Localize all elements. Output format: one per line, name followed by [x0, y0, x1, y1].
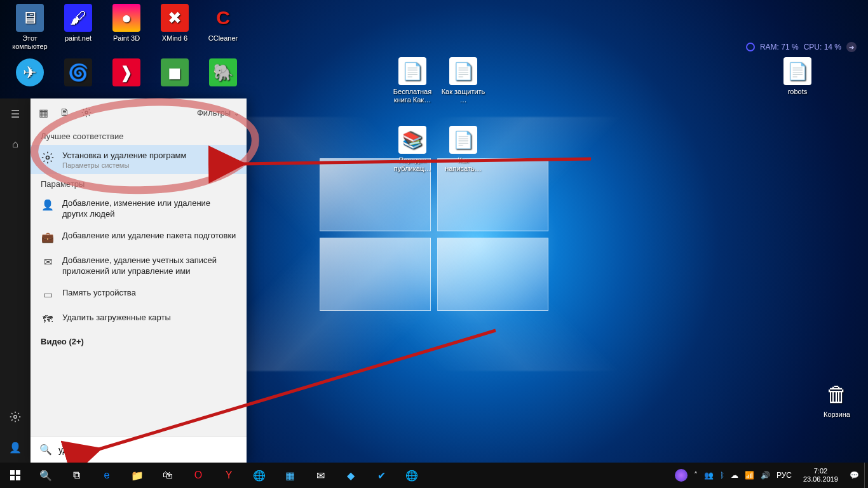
- taskbar-app4[interactable]: 🌐: [397, 463, 427, 488]
- ram-label: RAM: 71 %: [760, 43, 799, 51]
- taskbar-app2[interactable]: ◆: [336, 463, 366, 488]
- taskbar-yandex[interactable]: Y: [214, 463, 244, 488]
- taskbar-app1[interactable]: ▦: [275, 463, 305, 488]
- search-box[interactable]: 🔍: [31, 436, 247, 463]
- person-plus-icon: 👤: [41, 198, 55, 212]
- tray-language[interactable]: РУС: [776, 471, 792, 480]
- desktop-file-epdf2[interactable]: 📄Как защитить …: [440, 57, 487, 104]
- taskbar-explorer[interactable]: 📁: [122, 463, 153, 488]
- task-view-button[interactable]: ⧉: [61, 463, 92, 488]
- taskbar-app3[interactable]: ✔: [366, 463, 397, 488]
- search-header: ▦ 🗎 Фильтры ⌄: [31, 98, 247, 126]
- desktop-file-how-write[interactable]: 📄Как написать…: [440, 126, 487, 173]
- desktop-icon-ccleaner[interactable]: CCCleaner: [200, 4, 247, 43]
- desktop-file-robots[interactable]: 📄robots: [774, 57, 821, 96]
- desktop-icon-paintnet[interactable]: 🖌paint.net: [55, 4, 102, 43]
- result-device-storage[interactable]: ▭ Память устройства: [31, 282, 247, 307]
- result-subtitle: Параметры системы: [62, 161, 187, 169]
- desktop-icon-app2[interactable]: 🌀: [55, 58, 102, 89]
- rail-home-button[interactable]: ⌂: [0, 129, 31, 159]
- taskbar-mail[interactable]: ✉: [305, 463, 336, 488]
- taskbar-chrome[interactable]: 🌐: [244, 463, 275, 488]
- desktop-recycle-bin[interactable]: 🗑Корзина: [813, 380, 860, 419]
- action-center-icon[interactable]: 💬: [850, 471, 859, 480]
- rail-menu-button[interactable]: ☰: [0, 98, 31, 129]
- svg-point-0: [14, 416, 17, 419]
- tray-onedrive-icon[interactable]: ☁: [731, 471, 738, 480]
- taskbar-search-button[interactable]: 🔍: [31, 463, 61, 488]
- svg-rect-7: [10, 476, 15, 480]
- result-add-remove-people[interactable]: 👤 Добавление, изменение или удаление дру…: [31, 193, 247, 225]
- gear-icon: [41, 151, 55, 165]
- section-best-match: Лучшее соответствие: [31, 126, 247, 145]
- perf-expand-icon[interactable]: ➔: [846, 42, 857, 52]
- show-desktop-button[interactable]: [864, 463, 868, 488]
- section-video[interactable]: Видео (2+): [31, 332, 247, 350]
- system-tray: ˄ 👥 ᛒ ☁ 📶 🔊 РУС 7:02 23.06.2019 💬: [670, 467, 864, 484]
- desktop-icon-this-pc[interactable]: 🖥Этот компьютер: [6, 4, 53, 51]
- filters-dropdown[interactable]: Фильтры ⌄: [197, 108, 240, 118]
- tray-volume-icon[interactable]: 🔊: [761, 471, 770, 480]
- section-parameters: Параметры: [31, 174, 247, 193]
- taskbar: 🔍 ⧉ e 📁 🛍 O Y 🌐 ▦ ✉ ◆ ✔ 🌐 ˄ 👥 ᛒ ☁ 📶 🔊 РУ…: [0, 463, 868, 488]
- storage-icon: ▭: [41, 288, 55, 302]
- desktop-icon-app4[interactable]: ◼: [151, 58, 198, 89]
- scope-documents-icon[interactable]: 🗎: [58, 106, 71, 119]
- perf-indicator-icon: [746, 43, 755, 51]
- desktop-icon-app3[interactable]: ❱: [103, 58, 150, 89]
- tray-people-icon[interactable]: 👥: [704, 471, 714, 480]
- taskbar-edge[interactable]: e: [92, 463, 122, 488]
- scope-apps-icon[interactable]: ▦: [37, 106, 50, 119]
- svg-rect-8: [16, 476, 20, 480]
- start-button[interactable]: [0, 463, 31, 488]
- desktop-icon-paint3d[interactable]: ●Paint 3D: [103, 4, 150, 43]
- envelope-icon: ✉: [41, 255, 55, 269]
- tray-alice-icon[interactable]: [675, 469, 688, 482]
- tray-wifi-icon[interactable]: 📶: [745, 471, 754, 480]
- desktop-icon-xmind[interactable]: ✖XMind 6: [151, 4, 198, 43]
- svg-point-1: [85, 111, 88, 114]
- search-results: Лучшее соответствие Установка и удаление…: [31, 126, 247, 436]
- tray-bluetooth-icon[interactable]: ᛒ: [720, 471, 724, 480]
- result-title: Установка и удаление программ: [62, 150, 187, 161]
- desktop-icon-telegram[interactable]: ✈: [6, 58, 53, 89]
- tray-clock[interactable]: 7:02 23.06.2019: [798, 467, 843, 484]
- desktop-file-publish-order[interactable]: 📚Порядок публикац…: [389, 126, 436, 173]
- tray-chevron-up-icon[interactable]: ˄: [694, 471, 698, 480]
- search-input[interactable]: [58, 445, 238, 455]
- map-icon: 🗺: [41, 313, 55, 327]
- scope-settings-icon[interactable]: [80, 106, 93, 119]
- search-icon: 🔍: [39, 444, 52, 456]
- taskbar-store[interactable]: 🛍: [153, 463, 183, 488]
- result-install-remove-programs[interactable]: Установка и удаление программ Параметры …: [31, 145, 247, 174]
- briefcase-icon: 💼: [41, 231, 55, 245]
- search-rail: ☰ ⌂ 👤: [0, 98, 31, 463]
- chevron-down-icon: ⌄: [233, 108, 240, 118]
- result-app-accounts[interactable]: ✉ Добавление, удаление учетных записей п…: [31, 250, 247, 282]
- perf-widget[interactable]: RAM: 71 % CPU: 14 % ➔: [746, 42, 857, 52]
- cpu-label: CPU: 14 %: [804, 43, 841, 51]
- rail-settings-button[interactable]: [0, 402, 31, 432]
- search-panel: ▦ 🗎 Фильтры ⌄ Лучшее соответствие Устано…: [31, 98, 247, 463]
- rail-account-button[interactable]: 👤: [0, 432, 31, 463]
- svg-rect-6: [16, 470, 20, 475]
- svg-point-2: [46, 156, 50, 159]
- desktop-icon-evernote[interactable]: 🐘: [200, 58, 247, 89]
- result-delete-maps[interactable]: 🗺 Удалить загруженные карты: [31, 307, 247, 332]
- desktop-file-epdf1[interactable]: 📄Бесплатная книга Как…: [389, 57, 436, 104]
- result-provisioning-package[interactable]: 💼 Добавление или удаление пакета подгото…: [31, 225, 247, 250]
- taskbar-opera[interactable]: O: [183, 463, 214, 488]
- svg-rect-5: [10, 470, 15, 475]
